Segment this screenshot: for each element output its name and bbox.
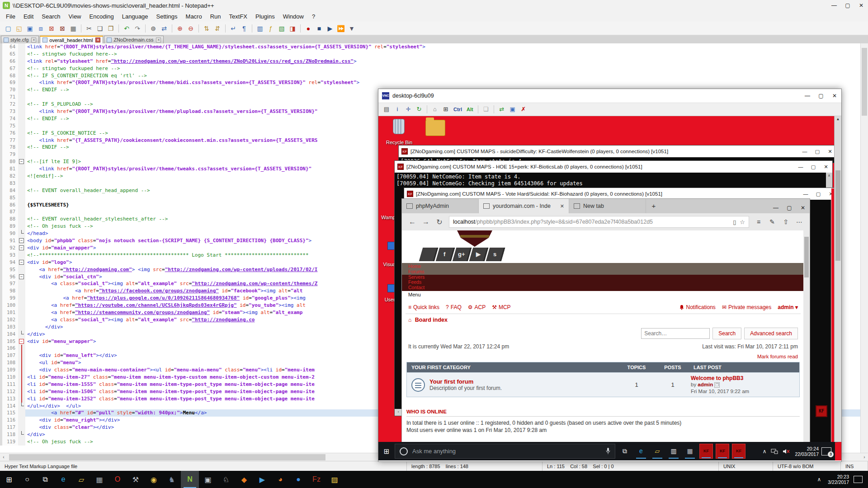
recycle-bin-icon[interactable] — [389, 119, 408, 139]
close-button[interactable]: ✕ — [828, 90, 841, 101]
notepadpp-titlebar[interactable]: N \\DESKTOP-6CL9U09\movies-shows-music\o… — [0, 0, 868, 11]
tab-overall_header.html[interactable]: overall_header.html✕ — [40, 36, 103, 43]
save-session-icon[interactable]: ▣ — [508, 104, 518, 114]
redo-icon[interactable]: ↷ — [132, 23, 142, 33]
connection-info-icon[interactable]: i — [392, 104, 402, 114]
file-explorer-icon[interactable]: ▱ — [72, 471, 90, 488]
nav-link-feeds[interactable]: Feeds — [408, 280, 804, 285]
scroll-up-icon[interactable]: ∧ — [826, 173, 832, 179]
win-key-icon[interactable]: ⊞ — [441, 104, 451, 114]
chess-app-icon[interactable]: ♘ — [217, 471, 235, 488]
copy-icon[interactable]: ❏ — [95, 23, 105, 33]
start-button[interactable]: ⊞ — [378, 447, 395, 455]
scrollbar-thumb[interactable] — [835, 170, 840, 261]
chrome-icon[interactable]: ◉ — [145, 471, 163, 488]
paste-icon[interactable]: ❐ — [106, 23, 116, 33]
menu-plugins[interactable]: Plugins — [251, 12, 279, 21]
menu-textfx[interactable]: TextFX — [225, 12, 251, 21]
task-view-icon[interactable]: ⧉ — [36, 471, 54, 488]
console-app-icon[interactable]: ▦ — [90, 471, 108, 488]
console-titlebar[interactable]: KF [ZNoDgaming.com] CUSTOM MAPS - HOE 15… — [395, 161, 832, 173]
close-all-icon[interactable]: ⊠ — [57, 23, 67, 33]
web-note-icon[interactable]: ✎ — [765, 218, 779, 225]
remote-clock[interactable]: 20:24 22/03/2017 — [795, 446, 819, 457]
fold-collapse-icon[interactable]: − — [19, 159, 24, 164]
browser-tab-phpmyadmin[interactable]: phpMyAdmin — [402, 199, 479, 213]
more-options-icon[interactable]: ⋯ — [793, 218, 806, 225]
menu-encoding[interactable]: Encoding — [85, 12, 118, 21]
close-icon[interactable]: ⊠ — [47, 23, 57, 33]
nav-link-forums[interactable]: Forums — [408, 269, 804, 275]
find-icon[interactable]: ⊚ — [148, 23, 158, 33]
cut-icon[interactable]: ✂ — [84, 23, 94, 33]
close-button[interactable]: ✕ — [854, 0, 868, 11]
doc-switcher-icon[interactable]: ◨ — [288, 23, 297, 33]
fold-collapse-icon[interactable]: − — [19, 274, 24, 279]
browser-tab-yourdomain-com-inde[interactable]: yourdomain.com - Inde✕ — [479, 199, 569, 213]
zoom-in-icon[interactable]: ⊕ — [175, 23, 185, 33]
killing-floor-icon-1[interactable]: KF — [699, 444, 713, 459]
doc-map-icon[interactable]: ▧ — [277, 23, 287, 33]
share-icon[interactable]: ⇧ — [779, 218, 793, 225]
show-symbols-icon[interactable]: ¶ — [239, 23, 249, 33]
menu-window[interactable]: Window — [279, 12, 308, 21]
scroll-right-icon[interactable]: › — [861, 454, 868, 460]
cortana-icon[interactable]: ○ — [18, 471, 36, 488]
file-transfer-icon[interactable]: ⇄ — [497, 104, 507, 114]
alt-key-label[interactable]: Alt — [465, 104, 475, 114]
monitor-app-icon[interactable]: ▦ — [683, 444, 697, 459]
maximize-button[interactable]: ▢ — [812, 188, 825, 200]
wrench-app-icon[interactable]: ⚒ — [127, 471, 145, 488]
task-view-icon[interactable]: ⧉ — [618, 444, 632, 459]
vnc-titlebar[interactable]: VNC desktop-6cl9u09 — ▢ ✕ — [378, 89, 841, 103]
search-input[interactable] — [641, 328, 710, 339]
firefox-icon[interactable]: ◕ — [271, 471, 289, 488]
tray-chevron-icon[interactable]: ∧ — [763, 448, 767, 455]
menu-toggle-link[interactable]: Menu — [402, 291, 804, 298]
tray-chevron-icon[interactable]: ∧ — [817, 476, 821, 483]
quick-links-menu[interactable]: ≡ Quick links — [408, 304, 439, 310]
acp-link[interactable]: ⚙ ACP — [468, 304, 486, 310]
minimize-button[interactable]: — — [769, 202, 783, 213]
scroll-up-icon[interactable]: ▲ — [835, 116, 841, 122]
reading-view-icon[interactable]: ▯ — [733, 219, 736, 225]
minimize-button[interactable]: — — [801, 90, 814, 101]
nav-link-contact[interactable]: Contact — [408, 285, 804, 291]
action-center-icon[interactable] — [854, 476, 863, 483]
microphone-icon[interactable] — [606, 448, 610, 455]
facebook-icon[interactable]: f — [436, 248, 455, 261]
desktop-folder-icon[interactable] — [425, 120, 445, 136]
media-app-icon[interactable]: ▣ — [199, 471, 217, 488]
last-post-link[interactable]: Welcome to phpBB3 — [691, 375, 799, 381]
edge-icon[interactable]: e — [54, 471, 72, 488]
hub-icon[interactable]: ≡ — [752, 218, 765, 225]
category-name[interactable]: YOUR FIRST CATEGORY — [407, 365, 618, 370]
tab-style.cfg[interactable]: style.cfg✕ — [1, 36, 39, 43]
menu-view[interactable]: View — [65, 12, 85, 21]
minimize-button[interactable]: — — [798, 145, 811, 157]
minimize-button[interactable]: — — [827, 0, 841, 11]
undo-icon[interactable]: ↶ — [122, 23, 132, 33]
sync-vertical-icon[interactable]: ⇅ — [202, 23, 212, 33]
browser-tab-new-tab[interactable]: New tab — [569, 199, 646, 213]
social-generic-icon[interactable] — [419, 248, 439, 261]
google-plus-icon[interactable]: g+ — [453, 248, 472, 261]
faq-link[interactable]: ? FAQ — [446, 304, 462, 310]
maximize-button[interactable]: ▢ — [811, 145, 824, 157]
refresh-button[interactable]: ↻ — [433, 218, 446, 226]
yellow-app-icon[interactable]: ▨ — [326, 471, 344, 488]
menu-search[interactable]: Search — [38, 12, 64, 21]
maximize-button[interactable]: ▢ — [841, 0, 854, 11]
zoom-out-icon[interactable]: ⊖ — [186, 23, 196, 33]
mcp-link[interactable]: ⚒ MCP — [492, 304, 510, 310]
start-button[interactable]: ⊞ — [0, 471, 18, 488]
minimize-button[interactable]: — — [794, 161, 807, 173]
nav-link-servers[interactable]: Servers — [408, 275, 804, 280]
ctrl-alt-del-icon[interactable]: ⌂ — [430, 104, 440, 114]
mark-forums-read-link[interactable]: Mark forums read — [757, 354, 798, 359]
menu-language[interactable]: Language — [118, 12, 152, 21]
user-menu[interactable]: admin ▾ — [778, 304, 798, 310]
forward-button[interactable]: → — [419, 218, 433, 226]
orange-app-icon[interactable]: ◆ — [235, 471, 253, 488]
save-macro-icon[interactable]: ▼ — [347, 23, 357, 33]
